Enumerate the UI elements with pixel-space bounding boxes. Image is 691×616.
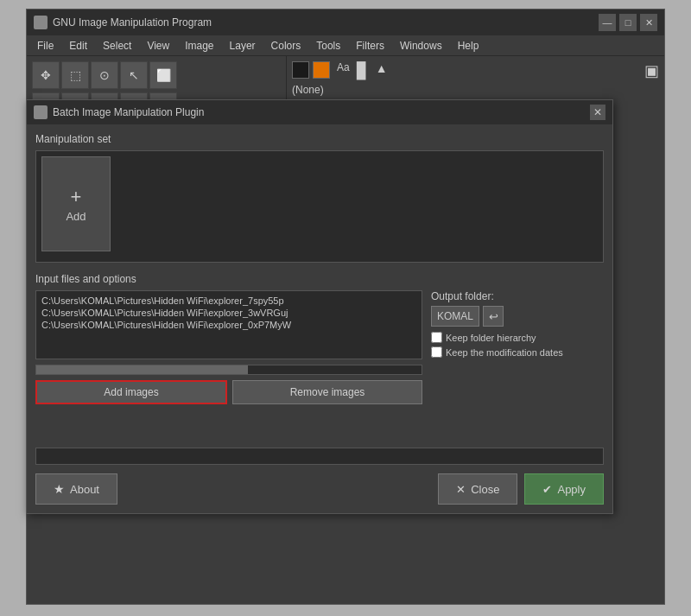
output-folder-label: Output folder: [431,290,604,302]
dialog-close-icon-button[interactable]: ✕ [590,105,605,120]
about-button[interactable]: ★ About [35,473,117,505]
pattern-indicator: ▲ [376,61,388,80]
file-item-2: C:\Users\KOMAL\Pictures\Hidden WiFi\expl… [40,307,418,319]
close-button[interactable]: ✕ [640,14,657,31]
options-none-label: (None) [292,84,659,96]
input-left: C:\Users\KOMAL\Pictures\Hidden WiFi\expl… [35,290,422,441]
window-title: GNU Image Manipulation Program [53,16,212,29]
dialog-body: Manipulation set + Add Input files and o… [27,124,612,513]
keep-hierarchy-row: Keep folder hierarchy [431,332,604,343]
tool-select-arrow[interactable]: ↖ [120,61,148,89]
file-list: C:\Users\KOMAL\Pictures\Hidden WiFi\expl… [35,290,422,359]
remove-images-button[interactable]: Remove images [232,380,422,404]
menu-filters[interactable]: Filters [349,38,391,54]
dialog-title: Batch Image Manipulation Plugin [53,106,204,118]
background-color[interactable] [313,61,330,79]
progress-bar [35,365,422,375]
tool-select-rect[interactable]: ⬚ [61,61,89,89]
folder-back-button[interactable]: ↩ [483,306,504,327]
dialog-title-left: Batch Image Manipulation Plugin [34,105,204,119]
title-bar-left: GNU Image Manipulation Program [34,16,212,29]
tool-lasso[interactable]: ⊙ [91,61,118,89]
add-manipulation-button[interactable]: + Add [41,156,111,251]
font-indicator: Aa [337,61,350,80]
output-folder-name: KOMAL [431,306,479,327]
input-right: Output folder: KOMAL ↩ Keep folder hiera… [431,290,604,441]
menu-tools[interactable]: Tools [309,38,347,54]
progress-bar-fill [36,365,248,374]
input-section-label: Input files and options [35,273,604,285]
output-folder-row: KOMAL ↩ [431,306,604,327]
batch-dialog: Batch Image Manipulation Plugin ✕ Manipu… [26,99,613,514]
right-buttons: ✕ Close ✔ Apply [438,473,604,505]
menu-view[interactable]: View [140,38,176,54]
dialog-icon [34,105,48,119]
close-label: Close [471,483,499,496]
layers-icon: ▣ [644,61,659,80]
tool-row-1: ✥ ⬚ ⊙ ↖ ⬜ [32,61,281,89]
apply-button[interactable]: ✔ Apply [524,473,604,505]
input-section: C:\Users\KOMAL\Pictures\Hidden WiFi\expl… [35,290,604,441]
menu-bar: File Edit Select View Image Layer Colors… [27,35,664,56]
keep-mod-dates-row: Keep the modification dates [431,346,604,358]
app-icon [34,16,48,29]
menu-colors[interactable]: Colors [264,38,308,54]
menu-help[interactable]: Help [451,38,486,54]
gradient-indicator: ▊ [357,61,369,80]
menu-image[interactable]: Image [178,38,220,54]
add-icon: + [71,186,82,208]
menu-layer[interactable]: Layer [223,38,263,54]
add-images-button[interactable]: Add images [35,380,227,404]
keep-mod-dates-label: Keep the modification dates [446,347,563,358]
maximize-button[interactable]: □ [619,14,637,31]
keep-hierarchy-checkbox[interactable] [431,332,442,343]
about-label: About [70,483,99,496]
menu-file[interactable]: File [30,38,60,54]
close-x-icon: ✕ [456,483,466,496]
keep-mod-dates-checkbox[interactable] [431,346,442,358]
menu-select[interactable]: Select [96,38,138,54]
options-top: Aa ▊ ▲ ▣ [292,61,659,80]
manipulation-set-label: Manipulation set [35,133,604,145]
minimize-button[interactable]: — [599,14,616,31]
keep-hierarchy-label: Keep folder hierarchy [446,333,536,343]
title-bar: GNU Image Manipulation Program — □ ✕ [27,10,664,35]
star-icon: ★ [54,482,65,496]
menu-windows[interactable]: Windows [393,38,449,54]
checkmark-icon: ✔ [542,483,552,496]
title-controls: — □ ✕ [599,14,657,31]
dialog-title-bar: Batch Image Manipulation Plugin ✕ [27,100,612,124]
input-buttons: Add images Remove images [35,380,422,404]
status-bar [35,448,604,465]
menu-edit[interactable]: Edit [62,38,94,54]
apply-label: Apply [557,483,586,496]
foreground-color[interactable] [292,61,309,79]
tool-crop[interactable]: ⬜ [149,61,177,89]
tool-move[interactable]: ✥ [32,61,60,89]
bottom-buttons: ★ About ✕ Close ✔ Apply [35,473,604,505]
manipulation-set-area: + Add [35,150,604,263]
add-label: Add [66,210,86,223]
close-action-button[interactable]: ✕ Close [438,473,517,505]
file-item-1: C:\Users\KOMAL\Pictures\Hidden WiFi\expl… [40,295,418,307]
file-item-3: C:\Users\KOMAL\Pictures\Hidden WiFi\expl… [40,319,418,331]
